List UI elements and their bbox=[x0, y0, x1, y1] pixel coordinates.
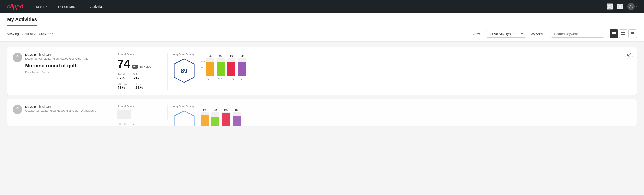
nav-action-icons: ▾ bbox=[606, 3, 637, 10]
bar-label: PUTT bbox=[239, 77, 246, 80]
bar-fill bbox=[233, 116, 241, 126]
toolbar: Viewing 12 out of 29 Activities Show: Al… bbox=[0, 26, 644, 42]
quality-section: Avg Shot Quality 89 bbox=[173, 53, 195, 84]
bar-fill bbox=[217, 62, 225, 76]
stat-row-top: FW Hit 43% GIR 56% bbox=[117, 122, 162, 126]
view-list-button[interactable] bbox=[628, 30, 637, 38]
card-round-stats: Round Score 74 +4 18 Holes FW Hit 62% GI… bbox=[117, 53, 162, 90]
bar-label: APP bbox=[218, 77, 223, 80]
svg-rect-11 bbox=[631, 32, 634, 33]
bar-value-label: 87 bbox=[235, 108, 238, 112]
card-user-name: Dave Billingham bbox=[25, 105, 96, 108]
gir-val: 56% bbox=[133, 126, 140, 126]
bar-wrap bbox=[206, 58, 214, 76]
show-label: Show: bbox=[471, 32, 481, 36]
logo: clippd bbox=[7, 3, 23, 10]
bar-column: 85OTT bbox=[206, 54, 214, 80]
score-badge: +4 bbox=[132, 65, 138, 69]
fw-hit-label: FW Hit bbox=[117, 122, 126, 126]
avg-shot-quality-label: Avg Shot Quality bbox=[173, 53, 195, 56]
fw-hit-val: 43% bbox=[117, 126, 126, 126]
hex-score-container: 89 bbox=[173, 58, 195, 84]
navigation: clippd Teams ▾ Performance ▾ Activities bbox=[0, 0, 644, 13]
card-divider-2 bbox=[167, 53, 168, 90]
page-header: My Activities bbox=[0, 13, 644, 26]
bar-fill bbox=[228, 62, 236, 76]
activity-card: Dave Billingham October 16, 2021 - Gog M… bbox=[7, 99, 637, 126]
gir-label: GIR bbox=[133, 73, 140, 76]
refresh-button[interactable] bbox=[617, 4, 623, 9]
updown-stat: Up/Down 43% bbox=[117, 82, 128, 90]
view-toggle bbox=[610, 30, 637, 38]
svg-rect-7 bbox=[622, 32, 623, 34]
fw-hit-label: FW Hit bbox=[117, 73, 126, 76]
card-datasource: Data Source: Arccos bbox=[25, 71, 88, 74]
round-score-value: 74 +4 18 Holes bbox=[117, 58, 162, 70]
bar-value-label: 90 bbox=[219, 54, 222, 58]
stat-row-top: FW Hit 62% GIR 50% bbox=[117, 73, 162, 80]
card-round-stats: Round Score FW Hit 43% GIR 56% bbox=[117, 105, 162, 126]
gir-val: 50% bbox=[133, 76, 140, 80]
nav-performance[interactable]: Performance ▾ bbox=[56, 4, 82, 9]
card-info: Dave Billingham October 16, 2021 - Gog M… bbox=[25, 105, 96, 114]
svg-rect-10 bbox=[624, 34, 625, 36]
bar-value-label: 89 bbox=[230, 54, 233, 58]
card-divider bbox=[112, 53, 112, 90]
edit-button[interactable] bbox=[625, 51, 633, 59]
card-shot-quality: Avg Shot Quality 89 100 50 0 85OTT bbox=[173, 53, 280, 84]
card-shot-quality: Avg Shot Quality 94OTT82APP106ARG87PUTT bbox=[173, 105, 280, 126]
hex-score-container-2 bbox=[173, 110, 195, 126]
card-round-title: Morning round of golf bbox=[25, 63, 88, 69]
svg-rect-8 bbox=[624, 32, 625, 34]
gir-label: GIR bbox=[133, 122, 140, 126]
avg-shot-quality-label: Avg Shot Quality bbox=[173, 105, 195, 108]
bar-label: ARG bbox=[228, 77, 234, 80]
bar-wrap bbox=[228, 58, 236, 76]
add-activity-button[interactable] bbox=[606, 3, 613, 10]
bar-column: 89PUTT bbox=[238, 54, 246, 80]
round-score-value bbox=[117, 110, 162, 119]
svg-rect-13 bbox=[631, 34, 634, 35]
fw-hit-val: 62% bbox=[117, 76, 126, 80]
bar-wrap bbox=[200, 112, 209, 126]
bar-column: 94OTT bbox=[200, 108, 209, 126]
performance-chevron-icon: ▾ bbox=[78, 5, 80, 8]
card-user-section: Dave Billingham December 05, 2021 - Gog … bbox=[13, 53, 106, 74]
view-grid-button[interactable] bbox=[619, 30, 628, 38]
svg-rect-6 bbox=[612, 34, 616, 35]
stat-row-bottom: Up/Down 43% 1 Putt 28% bbox=[117, 82, 162, 90]
svg-point-16 bbox=[16, 108, 18, 109]
bar-column: 89ARG bbox=[228, 54, 236, 80]
teams-chevron-icon: ▾ bbox=[46, 5, 48, 8]
updown-label: Up/Down bbox=[117, 82, 128, 86]
bar-column: 106ARG bbox=[222, 108, 230, 126]
bar-wrap bbox=[222, 112, 230, 126]
round-score-label: Round Score bbox=[117, 53, 162, 56]
bar-chart-section: 100 50 0 85OTT90APP89ARG89PUTT bbox=[200, 56, 246, 80]
card-avatar bbox=[13, 53, 22, 62]
svg-rect-9 bbox=[622, 34, 623, 36]
bar-label: OTT bbox=[207, 77, 213, 80]
view-list-dense-button[interactable] bbox=[610, 30, 618, 38]
bar-value-label: 89 bbox=[241, 54, 244, 58]
holes-label: 18 Holes bbox=[140, 65, 151, 68]
activity-type-select[interactable]: All Activity Types Rounds Practice Lesso… bbox=[486, 30, 526, 38]
page-title: My Activities bbox=[7, 16, 37, 26]
bar-column: 87PUTT bbox=[233, 108, 241, 126]
bar-fill bbox=[222, 113, 230, 126]
hex-score-value: 89 bbox=[181, 67, 188, 74]
updown-val: 43% bbox=[117, 86, 128, 90]
score-number: 74 bbox=[117, 58, 130, 70]
search-input[interactable] bbox=[551, 30, 604, 38]
one-putt-stat: 1 Putt 28% bbox=[136, 82, 143, 90]
card-avatar bbox=[13, 105, 22, 114]
nav-teams[interactable]: Teams ▾ bbox=[34, 4, 49, 9]
svg-point-3 bbox=[630, 5, 632, 6]
svg-marker-17 bbox=[174, 111, 194, 126]
keywords-label: Keywords: bbox=[530, 32, 545, 36]
fw-hit-stat: FW Hit 43% bbox=[117, 122, 126, 126]
card-divider bbox=[112, 105, 112, 120]
nav-activities[interactable]: Activities bbox=[88, 4, 105, 9]
card-divider-2 bbox=[167, 105, 168, 120]
user-menu-button[interactable]: ▾ bbox=[628, 3, 637, 10]
